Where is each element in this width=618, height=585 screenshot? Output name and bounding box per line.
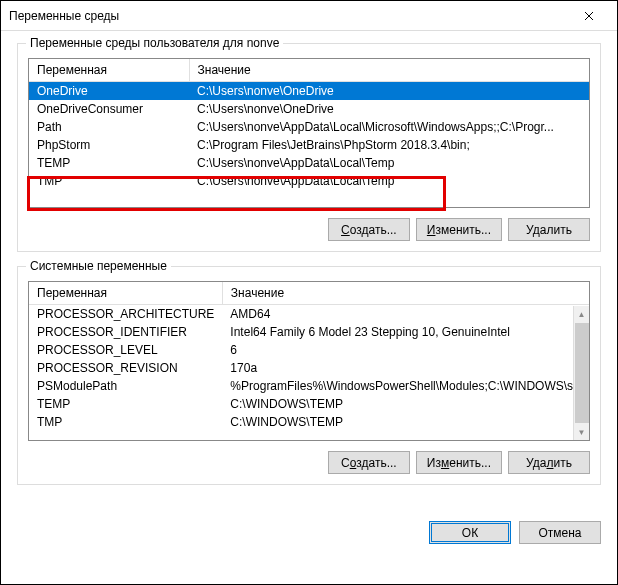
table-row[interactable]: OneDriveConsumer C:\Users\nonve\OneDrive	[29, 100, 589, 118]
table-row[interactable]: PROCESSOR_ARCHITECTURE AMD64	[29, 305, 590, 324]
sys-col-name[interactable]: Переменная	[29, 282, 222, 305]
user-create-button[interactable]: Создать...	[328, 218, 410, 241]
user-edit-button[interactable]: Изменить...	[416, 218, 502, 241]
table-row[interactable]: PROCESSOR_IDENTIFIER Intel64 Family 6 Mo…	[29, 323, 590, 341]
user-vars-buttons: Создать... Изменить... Удалить	[28, 218, 590, 241]
table-row[interactable]: OneDrive C:\Users\nonve\OneDrive	[29, 82, 589, 101]
user-delete-button[interactable]: Удалить	[508, 218, 590, 241]
user-col-value[interactable]: Значение	[189, 59, 589, 82]
table-row[interactable]: TMP C:\Users\nonve\AppData\Local\Temp	[29, 172, 589, 190]
sys-delete-button[interactable]: Удалить	[508, 451, 590, 474]
table-row[interactable]: TEMP C:\Users\nonve\AppData\Local\Temp	[29, 154, 589, 172]
sys-edit-button[interactable]: Изменить...	[416, 451, 502, 474]
table-row[interactable]: TEMP C:\WINDOWS\TEMP	[29, 395, 590, 413]
dialog-content: Переменные среды пользователя для nonve …	[1, 31, 617, 511]
cancel-button[interactable]: Отмена	[519, 521, 601, 544]
system-scrollbar[interactable]: ▲ ▼	[573, 306, 589, 440]
system-vars-legend: Системные переменные	[26, 259, 171, 273]
user-vars-legend: Переменные среды пользователя для nonve	[26, 36, 283, 50]
table-row[interactable]: Path C:\Users\nonve\AppData\Local\Micros…	[29, 118, 589, 136]
sys-col-value[interactable]: Значение	[222, 282, 590, 305]
user-vars-table[interactable]: Переменная Значение OneDrive C:\Users\no…	[29, 59, 589, 190]
scrollbar-thumb[interactable]	[575, 323, 589, 423]
user-vars-table-wrap: Переменная Значение OneDrive C:\Users\no…	[28, 58, 590, 208]
titlebar: Переменные среды	[1, 1, 617, 31]
table-row[interactable]: PROCESSOR_REVISION 170a	[29, 359, 590, 377]
close-icon	[584, 11, 594, 21]
scroll-up-icon[interactable]: ▲	[574, 306, 590, 322]
dialog: Переменные среды Переменные среды пользо…	[1, 1, 617, 552]
user-vars-group: Переменные среды пользователя для nonve …	[17, 43, 601, 252]
ok-button[interactable]: ОК	[429, 521, 511, 544]
system-vars-buttons: Создать... Изменить... Удалить	[28, 451, 590, 474]
sys-create-button[interactable]: Создать...	[328, 451, 410, 474]
system-vars-group: Системные переменные Переменная Значение…	[17, 266, 601, 485]
close-button[interactable]	[569, 2, 609, 30]
table-row[interactable]: PhpStorm C:\Program Files\JetBrains\PhpS…	[29, 136, 589, 154]
table-row[interactable]: TMP C:\WINDOWS\TEMP	[29, 413, 590, 431]
scroll-down-icon[interactable]: ▼	[574, 424, 590, 440]
window-title: Переменные среды	[9, 9, 569, 23]
system-vars-table[interactable]: Переменная Значение PROCESSOR_ARCHITECTU…	[29, 282, 590, 431]
table-row[interactable]: PROCESSOR_LEVEL 6	[29, 341, 590, 359]
dialog-buttons: ОК Отмена	[1, 511, 617, 552]
system-vars-table-wrap: Переменная Значение PROCESSOR_ARCHITECTU…	[28, 281, 590, 441]
user-col-name[interactable]: Переменная	[29, 59, 189, 82]
table-row[interactable]: PSModulePath %ProgramFiles%\WindowsPower…	[29, 377, 590, 395]
